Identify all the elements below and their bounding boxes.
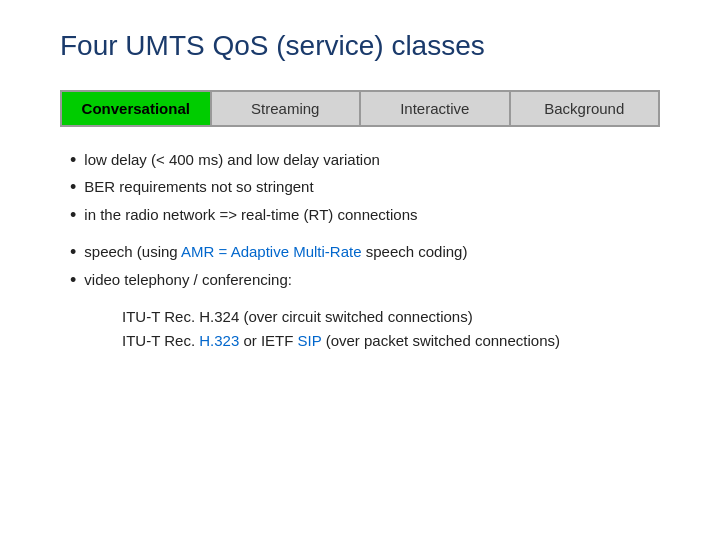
list-item: • in the radio network => real-time (RT)… xyxy=(70,204,660,227)
list-item: • video telephony / conferencing: xyxy=(70,269,660,292)
slide-title: Four UMTS QoS (service) classes xyxy=(60,30,660,62)
bullet-group-2: • speech (using AMR = Adaptive Multi-Rat… xyxy=(70,241,660,292)
bullet-dot: • xyxy=(70,269,76,292)
bullet-section-1: • low delay (< 400 ms) and low delay var… xyxy=(70,149,660,355)
bullet-text: low delay (< 400 ms) and low delay varia… xyxy=(84,149,660,172)
sub-bullet-1: ITU-T Rec. H.324 (over circuit switched … xyxy=(122,306,660,329)
bullet-text: in the radio network => real-time (RT) c… xyxy=(84,204,660,227)
tab-background[interactable]: Background xyxy=(511,92,659,125)
slide: Four UMTS QoS (service) classes Conversa… xyxy=(0,0,720,540)
sub-bullet-2: ITU-T Rec. H.323 or IETF SIP (over packe… xyxy=(122,330,660,353)
bullet-dot: • xyxy=(70,149,76,172)
bullet-dot: • xyxy=(70,176,76,199)
bullet-video: video telephony / conferencing: xyxy=(84,269,660,292)
bullet-text: BER requirements not so stringent xyxy=(84,176,660,199)
list-item: • BER requirements not so stringent xyxy=(70,176,660,199)
bullet-speech: speech (using AMR = Adaptive Multi-Rate … xyxy=(84,241,660,264)
h323-link: H.323 xyxy=(199,332,239,349)
amr-link: AMR = Adaptive Multi-Rate xyxy=(181,243,362,260)
tab-streaming[interactable]: Streaming xyxy=(212,92,362,125)
sip-link: SIP xyxy=(298,332,322,349)
list-item: • speech (using AMR = Adaptive Multi-Rat… xyxy=(70,241,660,264)
bullet-dot: • xyxy=(70,241,76,264)
bullet-group-1: • low delay (< 400 ms) and low delay var… xyxy=(70,149,660,227)
tab-conversational[interactable]: Conversational xyxy=(62,92,212,125)
list-item: • low delay (< 400 ms) and low delay var… xyxy=(70,149,660,172)
tab-interactive[interactable]: Interactive xyxy=(361,92,511,125)
tabs-row: Conversational Streaming Interactive Bac… xyxy=(60,90,660,127)
bullet-dot: • xyxy=(70,204,76,227)
